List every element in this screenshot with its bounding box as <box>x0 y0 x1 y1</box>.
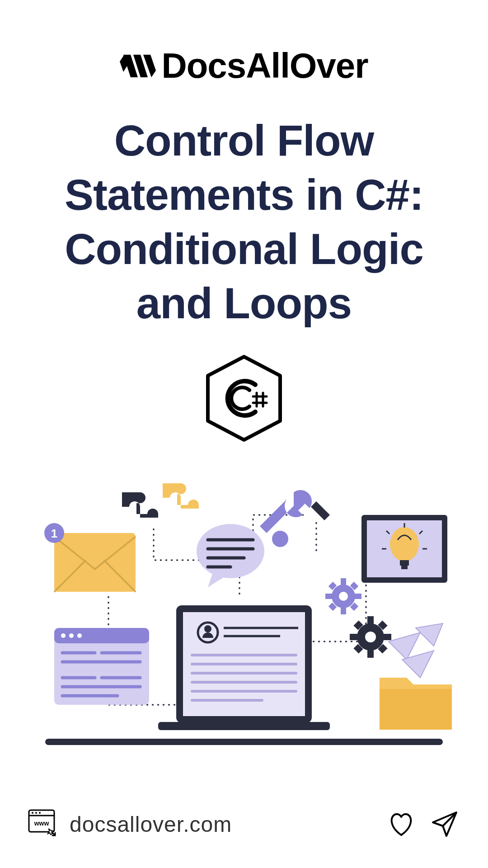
svg-point-56 <box>204 625 211 632</box>
svg-point-40 <box>365 632 376 642</box>
envelope-icon: 1 <box>44 523 136 592</box>
www-browser-icon: www <box>27 807 59 841</box>
svg-point-70 <box>35 812 37 814</box>
csharp-hexagon-icon <box>0 353 488 443</box>
paper-planes-icon <box>389 623 443 678</box>
svg-rect-5 <box>54 533 136 592</box>
svg-rect-34 <box>350 634 358 640</box>
svg-point-45 <box>77 633 82 638</box>
svg-rect-32 <box>367 616 374 624</box>
logo-mark-icon <box>120 50 156 82</box>
chat-bubble-icon <box>197 524 264 587</box>
svg-rect-33 <box>367 650 374 658</box>
footer-actions <box>385 808 461 840</box>
svg-text:1: 1 <box>51 527 57 540</box>
gear-purple-icon <box>325 578 361 614</box>
footer-left: www docsallover.com <box>27 807 232 841</box>
svg-rect-35 <box>383 634 391 640</box>
svg-point-69 <box>32 812 33 814</box>
svg-rect-24 <box>325 594 333 599</box>
svg-rect-65 <box>158 722 330 730</box>
puzzle-yellow-icon <box>163 483 199 509</box>
svg-marker-0 <box>208 357 280 440</box>
svg-point-71 <box>39 812 41 814</box>
hero-illustration: 1 <box>0 457 488 789</box>
page-title: Control Flow Statements in C#: Condition… <box>27 113 461 330</box>
puzzle-dark-icon <box>122 492 158 518</box>
brand-name: DocsAllOver <box>161 45 368 86</box>
svg-point-8 <box>197 524 264 578</box>
send-icon[interactable] <box>428 808 461 840</box>
browser-card-icon <box>54 628 149 705</box>
wrench-icon <box>260 490 330 547</box>
footer: www docsallover.com <box>0 789 488 868</box>
laptop-icon <box>158 605 330 730</box>
folder-icon <box>380 678 452 730</box>
svg-rect-23 <box>341 607 346 614</box>
heart-icon[interactable] <box>385 808 418 840</box>
site-url: docsallover.com <box>70 812 232 837</box>
svg-point-44 <box>69 633 74 638</box>
svg-point-30 <box>339 592 348 601</box>
svg-text:www: www <box>34 820 49 827</box>
lightbulb-screen-icon <box>361 515 447 583</box>
base-line <box>45 739 443 745</box>
page-title-block: Control Flow Statements in C#: Condition… <box>0 113 488 330</box>
svg-rect-25 <box>354 594 361 599</box>
svg-rect-22 <box>341 578 346 585</box>
svg-point-43 <box>61 633 66 638</box>
svg-rect-66 <box>380 689 452 730</box>
brand-logo: DocsAllOver <box>0 45 488 86</box>
gear-dark-icon <box>350 616 391 658</box>
svg-rect-42 <box>54 628 149 643</box>
svg-point-15 <box>390 527 419 561</box>
